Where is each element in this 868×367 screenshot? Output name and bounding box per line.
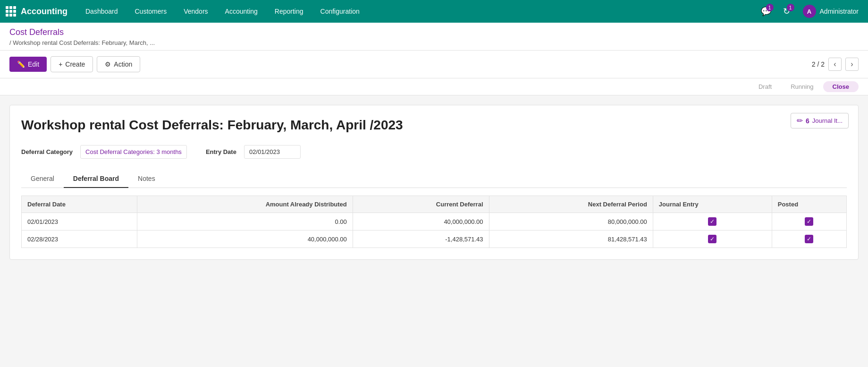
pager-prev[interactable]: ‹ <box>828 58 842 71</box>
tab-deferral-board[interactable]: Deferral Board <box>64 170 128 188</box>
edit-icon: ✏️ <box>17 60 25 68</box>
col-current-deferral: Current Deferral <box>353 196 489 213</box>
nav-reporting[interactable]: Reporting <box>266 0 312 23</box>
breadcrumb: / Workshop rental Cost Deferrals: Februa… <box>9 37 859 50</box>
deferral-category-group: Deferral Category Cost Deferral Categori… <box>21 145 187 159</box>
entry-date-value[interactable]: 02/01/2023 <box>244 145 301 159</box>
nav-configuration[interactable]: Configuration <box>312 0 368 23</box>
posted-checkbox[interactable]: ✓ <box>772 213 846 230</box>
action-label: Action <box>114 60 132 68</box>
journal-entry-checkbox[interactable]: ✓ <box>653 230 772 248</box>
record-card: ✏ 6 Journal It... Workshop rental Cost D… <box>9 105 859 260</box>
nav-customers[interactable]: Customers <box>126 0 176 23</box>
breadcrumb-current: Workshop rental Cost Deferrals: February… <box>13 39 155 46</box>
grid-icon <box>6 6 16 17</box>
deferral-category-value[interactable]: Cost Deferral Categories: 3 months <box>80 145 187 159</box>
status-close[interactable]: Close <box>823 81 859 92</box>
activity-button[interactable]: ↻ 1 <box>778 3 795 20</box>
edit-label: Edit <box>28 60 39 68</box>
col-next-deferral-period: Next Deferral Period <box>489 196 653 213</box>
form-fields: Deferral Category Cost Deferral Categori… <box>21 145 847 159</box>
nav-accounting[interactable]: Accounting <box>217 0 266 23</box>
action-button[interactable]: ⚙ Action <box>97 56 140 72</box>
pencil-icon: ✏ <box>797 116 803 125</box>
pager-text: 2 / 2 <box>812 60 825 68</box>
record-title: Workshop rental Cost Deferrals: February… <box>21 117 599 134</box>
top-navigation: Accounting Dashboard Customers Vendors A… <box>0 0 868 23</box>
nav-menu: Dashboard Customers Vendors Accounting R… <box>77 0 758 23</box>
posted-checkbox[interactable]: ✓ <box>772 230 846 248</box>
nav-right: 💬 1 ↻ 1 A Administrator <box>758 3 862 20</box>
app-brand[interactable]: Accounting <box>6 6 67 17</box>
col-posted: Posted <box>772 196 846 213</box>
breadcrumb-bar: Cost Deferrals / Workshop rental Cost De… <box>0 23 868 51</box>
status-draft[interactable]: Draft <box>749 81 781 92</box>
status-running[interactable]: Running <box>781 81 823 92</box>
gear-icon: ⚙ <box>105 60 111 68</box>
table-row: 02/28/202340,000,000.00-1,428,571.4381,4… <box>22 230 847 248</box>
admin-avatar: A <box>803 5 816 18</box>
messages-button[interactable]: 💬 1 <box>758 3 775 20</box>
messages-badge: 1 <box>766 4 774 11</box>
toolbar: ✏️ Edit + Create ⚙ Action 2 / 2 ‹ › <box>0 51 868 78</box>
tab-notes[interactable]: Notes <box>128 170 165 188</box>
journal-label: Journal It... <box>812 117 843 124</box>
edit-button[interactable]: ✏️ Edit <box>9 57 47 72</box>
col-amount-distributed: Amount Already Distributed <box>137 196 353 213</box>
journal-entries-button[interactable]: ✏ 6 Journal It... <box>791 113 849 128</box>
col-journal-entry: Journal Entry <box>653 196 772 213</box>
plus-icon: + <box>59 60 62 68</box>
col-deferral-date: Deferral Date <box>22 196 137 213</box>
table-row: 02/01/20230.0040,000,000.0080,000,000.00… <box>22 213 847 230</box>
brand-name: Accounting <box>21 7 67 17</box>
deferral-category-label: Deferral Category <box>21 148 73 155</box>
admin-menu[interactable]: A Administrator <box>799 3 862 20</box>
tab-bar: General Deferral Board Notes <box>21 170 847 188</box>
create-button[interactable]: + Create <box>51 56 93 72</box>
nav-vendors[interactable]: Vendors <box>175 0 216 23</box>
entry-date-group: Entry Date 02/01/2023 <box>206 145 301 159</box>
activity-badge: 1 <box>787 4 794 11</box>
create-label: Create <box>65 60 85 68</box>
admin-name: Administrator <box>820 8 859 15</box>
main-content: ✏ 6 Journal It... Workshop rental Cost D… <box>0 95 868 269</box>
tab-general[interactable]: General <box>21 170 64 188</box>
nav-dashboard[interactable]: Dashboard <box>77 0 126 23</box>
journal-entry-checkbox[interactable]: ✓ <box>653 213 772 230</box>
pager-next[interactable]: › <box>845 58 859 71</box>
pager: 2 / 2 ‹ › <box>812 58 859 71</box>
status-bar: Draft Running Close <box>0 78 868 95</box>
entry-date-label: Entry Date <box>206 148 236 155</box>
breadcrumb-parent[interactable]: Cost Deferrals <box>9 27 859 37</box>
journal-count: 6 <box>806 117 809 125</box>
deferral-table: Deferral Date Amount Already Distributed… <box>21 196 847 248</box>
